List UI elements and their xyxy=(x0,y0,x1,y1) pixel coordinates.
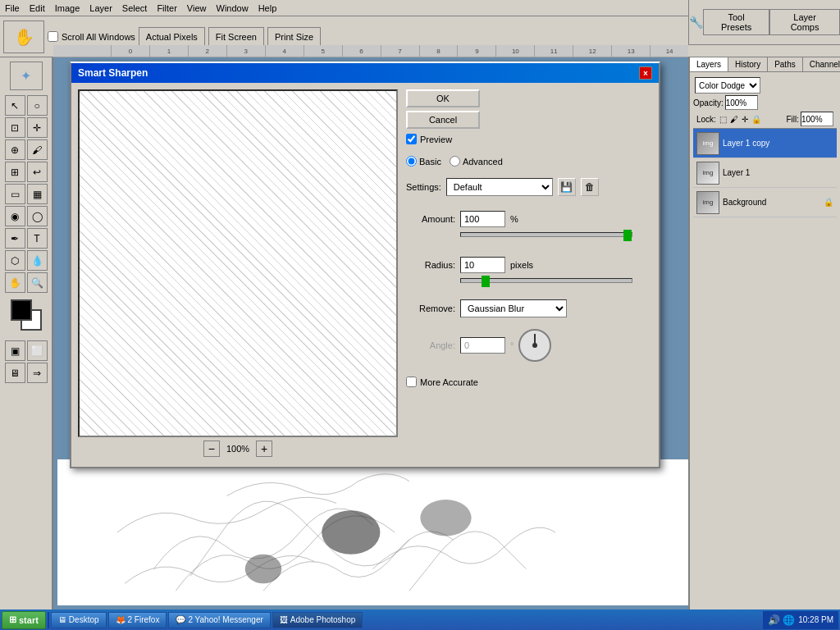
tool-presets-tab[interactable]: Tool Presets xyxy=(703,9,769,35)
taskbar-item-photoshop[interactable]: 🖼 Adobe Photoshop xyxy=(272,612,363,628)
crop-tool[interactable]: ⊡ xyxy=(5,117,25,138)
zoom-tool[interactable]: 🔍 xyxy=(27,272,48,293)
tool-row-3: ⊕ 🖌 xyxy=(5,139,48,160)
radius-slider-track xyxy=(460,278,632,283)
lock-brush[interactable]: 🖌 xyxy=(730,115,738,124)
menu-layer[interactable]: Layer xyxy=(84,2,117,15)
layer-item[interactable]: img Layer 1 copy xyxy=(693,129,837,158)
stamp-tool[interactable]: ⊞ xyxy=(5,162,25,182)
fill-tool[interactable]: ▦ xyxy=(27,184,48,204)
channels-tab[interactable]: Channels xyxy=(803,57,840,71)
remove-select[interactable]: Gaussian Blur Lens Blur Motion Blur xyxy=(460,299,567,317)
ok-btn[interactable]: OK xyxy=(406,89,480,107)
ruler-tick: 5 xyxy=(304,45,342,57)
radius-slider-thumb[interactable] xyxy=(482,276,490,287)
angle-label: Angle: xyxy=(406,340,455,350)
history-tool[interactable]: ↩ xyxy=(27,162,48,182)
eyedropper-tool[interactable]: 💧 xyxy=(27,250,48,271)
brush-tool[interactable]: 🖌 xyxy=(27,139,48,160)
ruler-tick: 12 xyxy=(573,45,611,57)
blend-mode-select[interactable]: Color Dodge xyxy=(695,77,760,94)
taskbar-photoshop-icon: 🖼 xyxy=(280,615,288,624)
more-accurate-checkbox[interactable] xyxy=(406,377,417,387)
amount-slider-track xyxy=(460,232,632,237)
save-settings-btn[interactable]: 💾 xyxy=(558,178,576,196)
dialog-container: Smart Sharpen × − 100% + OK xyxy=(70,62,660,468)
taskbar-item-desktop[interactable]: 🖥 Desktop xyxy=(51,612,107,628)
imageready[interactable]: ⇒ xyxy=(27,363,48,383)
taskbar-item-firefox[interactable]: 🦊 2 Firefox xyxy=(108,612,167,628)
healing-tool[interactable]: ⊕ xyxy=(5,139,25,160)
angle-row: Angle: 0 ° xyxy=(406,329,652,362)
opacity-input[interactable] xyxy=(725,95,758,110)
angle-dial[interactable] xyxy=(518,329,551,362)
actual-pixels-btn[interactable]: Actual Pixels xyxy=(139,27,205,47)
quick-mask-tool[interactable]: ▣ xyxy=(5,340,25,361)
layer-item[interactable]: img Background 🔒 xyxy=(693,188,837,217)
blur-tool[interactable]: ◉ xyxy=(5,206,25,226)
layer-comps-tab[interactable]: Layer Comps xyxy=(769,9,840,35)
foreground-background-colors xyxy=(11,299,42,331)
ruler-tick: 3 xyxy=(226,45,265,57)
menu-edit[interactable]: Edit xyxy=(25,2,50,15)
print-size-btn[interactable]: Print Size xyxy=(267,27,321,47)
angle-center-dot xyxy=(532,343,537,348)
menu-filter[interactable]: Filter xyxy=(152,2,181,15)
foreground-color[interactable] xyxy=(11,299,32,321)
layer-name: Layer 1 copy xyxy=(723,139,833,148)
lock-dotted[interactable]: ⬚ xyxy=(719,115,727,124)
paths-tab[interactable]: Paths xyxy=(768,57,803,71)
jump-to-ps[interactable]: 🖥 xyxy=(5,363,25,383)
menu-select[interactable]: Select xyxy=(117,2,153,15)
tool-row-6: ◉ ◯ xyxy=(5,206,48,226)
pen-tool[interactable]: ✒ xyxy=(5,228,25,249)
start-button[interactable]: ⊞ start xyxy=(2,611,46,629)
history-tab[interactable]: History xyxy=(728,57,768,71)
left-toolbar: ✦ ↖ ○ ⊡ ✛ ⊕ 🖌 ⊞ ↩ ▭ ▦ ◉ ◯ ✒ T ⬡ 💧 ✋ 🔍 ▣ xyxy=(0,57,53,609)
move-tool[interactable]: ✛ xyxy=(27,117,48,138)
lasso-tool[interactable]: ○ xyxy=(27,95,48,116)
dodge-tool[interactable]: ◯ xyxy=(27,206,48,226)
delete-settings-btn[interactable]: 🗑 xyxy=(581,178,599,196)
zoom-plus-btn[interactable]: + xyxy=(256,441,272,457)
text-tool[interactable]: T xyxy=(27,228,48,249)
layer-item[interactable]: img Layer 1 xyxy=(693,158,837,188)
path-tool[interactable]: ⬡ xyxy=(5,250,25,271)
lock-all[interactable]: 🔒 xyxy=(751,115,761,124)
eraser-tool[interactable]: ▭ xyxy=(5,184,25,204)
zoom-minus-btn[interactable]: − xyxy=(203,441,220,457)
basic-radio[interactable] xyxy=(406,156,417,167)
lock-move[interactable]: ✛ xyxy=(742,115,748,124)
preview-checkbox[interactable] xyxy=(406,134,417,144)
start-label: start xyxy=(19,615,39,625)
settings-select[interactable]: Default xyxy=(446,178,553,196)
menu-image[interactable]: Image xyxy=(50,2,85,15)
tool-options-icon: ✋ xyxy=(3,21,44,53)
settings-dropdown-row: Settings: Default 💾 🗑 xyxy=(406,178,652,196)
amount-slider-thumb[interactable] xyxy=(623,230,632,241)
scroll-all-checkbox[interactable] xyxy=(48,31,58,42)
cancel-btn[interactable]: Cancel xyxy=(406,111,480,129)
fill-input[interactable] xyxy=(801,112,833,126)
selection-tool[interactable]: ↖ xyxy=(5,95,25,116)
radius-input[interactable]: 10 xyxy=(460,257,505,273)
screen-mode[interactable]: ⬜ xyxy=(27,340,48,361)
menu-window[interactable]: Window xyxy=(212,2,253,15)
menu-help[interactable]: Help xyxy=(253,2,282,15)
fit-screen-btn[interactable]: Fit Screen xyxy=(208,27,264,47)
panel-tabs-row: Layers History Paths Channels Actions xyxy=(690,57,840,72)
remove-row: Remove: Gaussian Blur Lens Blur Motion B… xyxy=(406,299,652,317)
tool-row-extra: ▣ ⬜ xyxy=(5,340,48,361)
layers-tab[interactable]: Layers xyxy=(690,57,728,71)
taskbar-firefox-label: 2 Firefox xyxy=(128,615,160,624)
taskbar-item-yahoo[interactable]: 💬 2 Yahoo! Messenger xyxy=(168,612,270,628)
dialog-close-btn[interactable]: × xyxy=(639,66,652,80)
scroll-all-container: Scroll All Windows xyxy=(48,31,135,42)
amount-input[interactable]: 100 xyxy=(460,211,505,227)
hand-tool[interactable]: ✋ xyxy=(5,272,25,293)
menu-file[interactable]: File xyxy=(0,2,25,15)
menu-view[interactable]: View xyxy=(182,2,212,15)
action-buttons: OK Cancel Preview xyxy=(406,89,652,144)
zoom-value: 100% xyxy=(226,444,249,454)
advanced-radio[interactable] xyxy=(450,156,460,167)
